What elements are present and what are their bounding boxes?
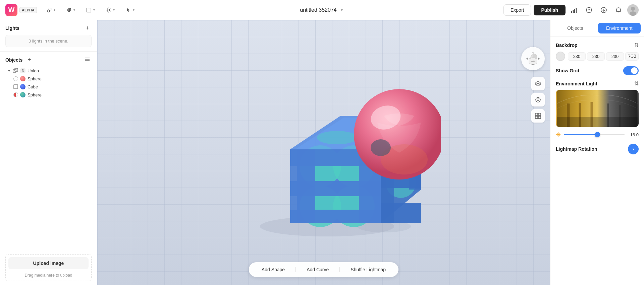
nav-cube[interactable]: right [521, 47, 545, 70]
add-object-button[interactable]: + [25, 56, 33, 64]
sun-chevron-icon: ▾ [113, 8, 115, 12]
right-panel: Objects Environment Backdrop ⇅ 230 230 2… [550, 20, 644, 285]
brightness-icon: ✳ [556, 131, 561, 138]
cursor-tool-btn[interactable]: ▾ [123, 5, 137, 15]
svg-rect-69 [535, 113, 538, 116]
lightmap-rotation-toggle[interactable]: › [628, 144, 639, 154]
env-light-image[interactable] [556, 90, 639, 127]
topbar-center: untitled 352074 ▾ [300, 6, 344, 14]
brightness-slider-thumb[interactable] [595, 132, 600, 137]
sphere1-label: Sphere [28, 76, 42, 81]
frame-tool-btn[interactable]: ▾ [83, 5, 98, 15]
toolbar-group-cursor: ▾ [123, 5, 137, 15]
svg-marker-57 [526, 58, 528, 60]
svg-point-25 [631, 7, 635, 11]
export-button[interactable]: Export [503, 4, 531, 16]
cube-color-icon [20, 84, 25, 89]
alpha-badge: ALPHA [19, 7, 37, 13]
camera-tool-btn[interactable]: ▾ [63, 5, 78, 15]
tab-environment[interactable]: Environment [598, 23, 641, 33]
lights-empty-message: 0 lights in the scene. [5, 35, 92, 47]
add-shape-button[interactable]: Add Shape [259, 266, 287, 274]
svg-text:right: right [531, 60, 535, 62]
show-grid-row: Show Grid [556, 66, 639, 75]
topbar-right: Export Publish ? [503, 4, 639, 16]
tab-objects[interactable]: Objects [554, 23, 597, 33]
title-chevron-icon: ▾ [341, 8, 343, 12]
sphere2-label: Sphere [28, 92, 42, 97]
tree-item-cube[interactable]: Cube [5, 83, 92, 91]
download-icon-btn[interactable] [598, 4, 610, 16]
brightness-slider-track[interactable] [564, 134, 625, 135]
tree-item-union[interactable]: ▼ 3 Union [5, 67, 92, 75]
signal-icon [571, 7, 578, 13]
add-light-button[interactable]: + [84, 24, 92, 32]
shuffle-lightmap-button[interactable]: Shuffle Lightmap [348, 266, 388, 274]
lightmap-rotation-row: Lightmap Rotation › [556, 144, 639, 154]
sun-tool-btn[interactable]: ▾ [103, 5, 117, 15]
canvas-area[interactable]: right [97, 20, 550, 285]
svg-point-43 [317, 131, 357, 144]
env-panorama-svg [556, 90, 639, 127]
backdrop-color-swatch[interactable] [556, 52, 565, 61]
title-dropdown-btn[interactable]: ▾ [339, 6, 344, 14]
download-icon [600, 7, 607, 13]
visibility-sphere2-icon [13, 92, 18, 97]
env-light-label: Environment Light [556, 81, 597, 86]
svg-rect-41 [290, 181, 381, 196]
backdrop-b-value[interactable]: 230 [606, 52, 624, 61]
target-btn[interactable] [531, 93, 545, 106]
svg-point-4 [70, 8, 71, 9]
brightness-slider-row: ✳ 16.0 [556, 131, 639, 138]
backdrop-g-value[interactable]: 230 [587, 52, 605, 61]
tree-item-sphere1[interactable]: Sphere [5, 75, 92, 83]
shapes-chevron-icon: ▾ [54, 8, 55, 12]
upload-image-button[interactable]: Upload image [8, 257, 89, 269]
list-view-button[interactable] [83, 56, 92, 64]
notification-icon-btn[interactable] [612, 4, 625, 16]
env-light-row: Environment Light ⇅ [556, 80, 639, 87]
env-light-sort-btn[interactable]: ⇅ [634, 80, 639, 87]
backdrop-r-value[interactable]: 230 [568, 52, 586, 61]
lights-title: Lights [5, 25, 19, 31]
user-avatar[interactable] [627, 4, 639, 16]
visibility-sphere1-icon [13, 76, 18, 81]
lightmap-rotation-section: Lightmap Rotation › [556, 144, 639, 154]
svg-rect-18 [576, 8, 577, 13]
objects-header: Objects + [5, 56, 92, 64]
list-icon [84, 56, 90, 62]
doc-title: untitled 352074 [300, 7, 336, 13]
objects-title: Objects [5, 57, 22, 63]
toolbar-group-frame: ▾ [83, 5, 98, 15]
nav-cube-svg: right [526, 51, 540, 66]
right-panel-tabs: Objects Environment [550, 20, 644, 37]
publish-button[interactable]: Publish [534, 5, 566, 15]
svg-marker-58 [538, 58, 540, 60]
help-icon-btn[interactable]: ? [583, 4, 595, 16]
signal-icon-btn[interactable] [568, 4, 580, 16]
left-panel: Lights + 0 lights in the scene. Objects … [0, 20, 97, 285]
show-grid-toggle[interactable] [623, 66, 639, 75]
svg-rect-16 [573, 10, 574, 13]
union-group-icon [13, 68, 18, 73]
env-light-img-inner [556, 90, 639, 127]
grid-btn[interactable] [531, 109, 545, 123]
backdrop-section: Backdrop ⇅ 230 230 230 RGB [556, 42, 639, 61]
upload-area[interactable]: Upload image Drag media here to upload [5, 254, 92, 281]
add-curve-button[interactable]: Add Curve [304, 266, 331, 274]
svg-line-11 [107, 8, 107, 9]
tree-item-sphere2[interactable]: Sphere [5, 91, 92, 99]
svg-rect-70 [538, 113, 541, 116]
backdrop-sort-btn[interactable]: ⇅ [634, 42, 639, 48]
camera-chevron-icon: ▾ [73, 8, 75, 12]
backdrop-color-mode[interactable]: RGB [625, 52, 639, 61]
svg-rect-1 [49, 8, 51, 10]
objects-section: Objects + ▼ [0, 52, 97, 250]
svg-rect-72 [538, 116, 541, 119]
shapes-tool-btn[interactable]: ▾ [44, 5, 58, 15]
svg-rect-71 [535, 116, 538, 119]
divider1 [296, 267, 296, 272]
svg-rect-17 [574, 9, 575, 13]
cube-view-btn[interactable] [531, 77, 545, 90]
scene-svg [206, 56, 441, 250]
